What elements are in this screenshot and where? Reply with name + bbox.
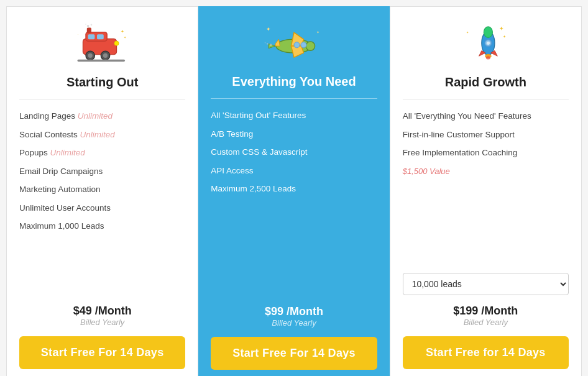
svg-point-31 xyxy=(484,27,493,38)
feature-api-access: API Access xyxy=(211,165,377,177)
svg-point-25 xyxy=(270,44,272,46)
price-section-3: $199 /Month Billed Yearly xyxy=(453,305,518,327)
svg-point-33 xyxy=(487,42,490,45)
plan-title-featured: Everything You Need xyxy=(232,75,356,89)
svg-rect-3 xyxy=(97,34,104,39)
leads-dropdown-wrap: 10,000 leads 25,000 leads 50,000 leads 1… xyxy=(403,273,569,295)
features-list-rapid-growth: All 'Everything You Need' Features First… xyxy=(403,111,569,259)
feature-popups: Popups Unlimited xyxy=(19,147,185,158)
feature-implementation-coaching: Free Implementation Coaching xyxy=(403,147,569,158)
feature-marketing-automation: Marketing Automation xyxy=(19,184,185,195)
plan-icon-rocket: ✦ ✦ · ✦ xyxy=(457,19,513,69)
price-2: $99 /Month xyxy=(265,305,323,318)
cta-button-rapid-growth[interactable]: Start Free for 14 Days xyxy=(403,336,569,369)
price-section-1: $49 /Month Billed Yearly xyxy=(73,305,132,327)
price-3: $199 /Month xyxy=(453,305,518,318)
feature-unlimited-users: Unlimited User Accounts xyxy=(19,203,185,214)
billed-3: Billed Yearly xyxy=(453,318,518,327)
plan-divider-3 xyxy=(403,99,569,99)
leads-dropdown[interactable]: 10,000 leads 25,000 leads 50,000 leads 1… xyxy=(403,273,569,295)
feature-email-drip: Email Drip Campaigns xyxy=(19,166,185,177)
svg-text:·: · xyxy=(77,32,78,36)
plan-icon-train: ✦ ✦ · xyxy=(75,19,131,69)
svg-point-37 xyxy=(486,56,490,59)
svg-point-27 xyxy=(265,42,266,44)
svg-marker-22 xyxy=(275,39,280,46)
feature-landing-pages: Landing Pages Unlimited xyxy=(19,111,185,122)
svg-point-4 xyxy=(114,41,119,45)
billed-1: Billed Yearly xyxy=(73,318,132,327)
svg-rect-10 xyxy=(86,27,91,33)
svg-point-23 xyxy=(301,42,306,48)
svg-text:✦: ✦ xyxy=(266,26,271,32)
svg-point-8 xyxy=(103,53,108,58)
svg-text:✦: ✦ xyxy=(120,29,124,34)
svg-rect-9 xyxy=(77,60,125,62)
svg-point-24 xyxy=(294,42,300,48)
plan-everything-you-need: ✦ ✦ Everything You Need All 'Starting Ou… xyxy=(198,6,389,376)
svg-point-13 xyxy=(85,24,86,25)
feature-custom-css: Custom CSS & Javascript xyxy=(211,147,377,158)
svg-point-11 xyxy=(86,25,89,27)
svg-point-26 xyxy=(267,43,269,45)
plan-rapid-growth: ✦ ✦ · ✦ Rapid Growth All 'Everything You… xyxy=(390,6,582,376)
price-section-2: $99 /Month Billed Yearly xyxy=(265,305,323,328)
svg-marker-19 xyxy=(269,44,275,48)
feature-all-starting-out: All 'Starting Out' Features xyxy=(211,110,377,121)
plan-starting-out: ✦ ✦ · Starting Out Landing Pages Unlimit… xyxy=(6,6,198,376)
plan-icon-plane: ✦ ✦ xyxy=(263,19,325,68)
svg-text:·: · xyxy=(503,24,503,27)
cta-button-starting-out[interactable]: Start Free For 14 Days xyxy=(19,336,185,369)
svg-point-18 xyxy=(306,42,315,51)
feature-all-everything: All 'Everything You Need' Features xyxy=(403,111,569,122)
features-list-featured: All 'Starting Out' Features A/B Testing … xyxy=(211,110,377,296)
svg-text:✦: ✦ xyxy=(124,35,126,39)
plan-divider-1 xyxy=(19,99,185,99)
svg-rect-2 xyxy=(88,34,94,39)
feature-social-contests: Social Contests Unlimited xyxy=(19,129,185,140)
plan-title-starting-out: Starting Out xyxy=(67,75,139,89)
feature-first-in-line: First-in-line Customer Support xyxy=(403,129,569,140)
svg-text:✦: ✦ xyxy=(316,30,319,34)
billed-2: Billed Yearly xyxy=(265,318,323,328)
feature-ab-testing: A/B Testing xyxy=(211,129,377,140)
price-1: $49 /Month xyxy=(73,305,132,318)
feature-max-leads-1k: Maximum 1,000 Leads xyxy=(19,221,185,232)
features-list-starting-out: Landing Pages Unlimited Social Contests … xyxy=(19,111,185,295)
pricing-container: ✦ ✦ · Starting Out Landing Pages Unlimit… xyxy=(6,6,582,376)
cta-button-featured[interactable]: Start Free For 14 Days xyxy=(211,337,377,370)
svg-point-6 xyxy=(88,53,92,58)
plan-title-rapid-growth: Rapid Growth xyxy=(445,75,526,89)
feature-max-leads-2500: Maximum 2,500 Leads xyxy=(211,183,377,195)
svg-text:✦: ✦ xyxy=(503,34,506,39)
svg-point-12 xyxy=(90,24,92,26)
plan-divider-2 xyxy=(211,98,377,99)
feature-value-note: $1,500 Value xyxy=(403,166,569,177)
svg-text:✦: ✦ xyxy=(467,30,469,34)
